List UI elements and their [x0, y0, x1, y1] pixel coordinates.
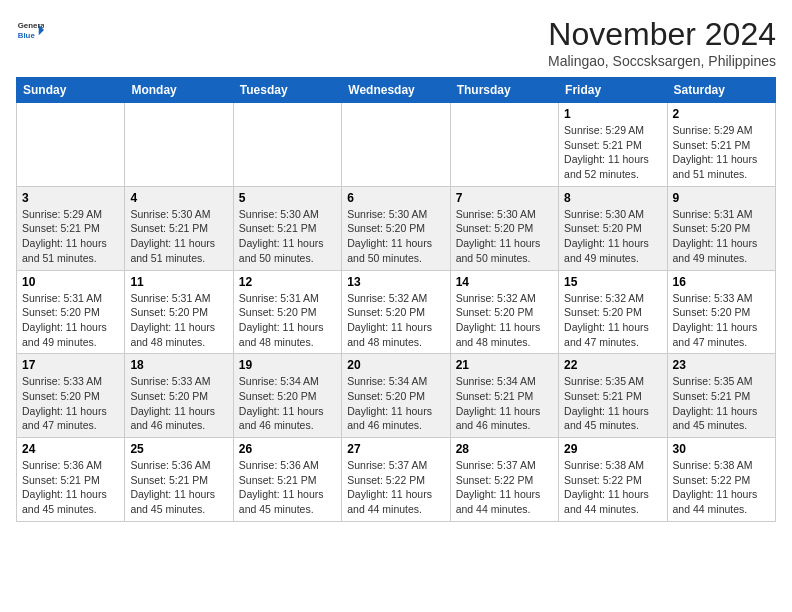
calendar-cell: 7Sunrise: 5:30 AM Sunset: 5:20 PM Daylig… — [450, 186, 558, 270]
day-info: Sunrise: 5:38 AM Sunset: 5:22 PM Dayligh… — [564, 458, 661, 517]
calendar-cell: 13Sunrise: 5:32 AM Sunset: 5:20 PM Dayli… — [342, 270, 450, 354]
day-info: Sunrise: 5:30 AM Sunset: 5:20 PM Dayligh… — [456, 207, 553, 266]
calendar-cell: 4Sunrise: 5:30 AM Sunset: 5:21 PM Daylig… — [125, 186, 233, 270]
day-of-week-header: Tuesday — [233, 78, 341, 103]
calendar-cell: 30Sunrise: 5:38 AM Sunset: 5:22 PM Dayli… — [667, 438, 775, 522]
day-number: 28 — [456, 442, 553, 456]
calendar-cell: 16Sunrise: 5:33 AM Sunset: 5:20 PM Dayli… — [667, 270, 775, 354]
calendar-cell: 20Sunrise: 5:34 AM Sunset: 5:20 PM Dayli… — [342, 354, 450, 438]
calendar-cell: 21Sunrise: 5:34 AM Sunset: 5:21 PM Dayli… — [450, 354, 558, 438]
day-number: 5 — [239, 191, 336, 205]
day-of-week-header: Saturday — [667, 78, 775, 103]
logo-icon: General Blue — [16, 16, 44, 44]
calendar-cell: 15Sunrise: 5:32 AM Sunset: 5:20 PM Dayli… — [559, 270, 667, 354]
day-info: Sunrise: 5:38 AM Sunset: 5:22 PM Dayligh… — [673, 458, 770, 517]
calendar-week-row: 17Sunrise: 5:33 AM Sunset: 5:20 PM Dayli… — [17, 354, 776, 438]
location: Malingao, Soccsksargen, Philippines — [548, 53, 776, 69]
calendar-cell: 10Sunrise: 5:31 AM Sunset: 5:20 PM Dayli… — [17, 270, 125, 354]
calendar-cell: 18Sunrise: 5:33 AM Sunset: 5:20 PM Dayli… — [125, 354, 233, 438]
day-info: Sunrise: 5:37 AM Sunset: 5:22 PM Dayligh… — [456, 458, 553, 517]
calendar-cell: 27Sunrise: 5:37 AM Sunset: 5:22 PM Dayli… — [342, 438, 450, 522]
day-info: Sunrise: 5:36 AM Sunset: 5:21 PM Dayligh… — [22, 458, 119, 517]
calendar-cell: 29Sunrise: 5:38 AM Sunset: 5:22 PM Dayli… — [559, 438, 667, 522]
calendar-cell: 23Sunrise: 5:35 AM Sunset: 5:21 PM Dayli… — [667, 354, 775, 438]
calendar-cell — [342, 103, 450, 187]
day-number: 8 — [564, 191, 661, 205]
day-number: 18 — [130, 358, 227, 372]
day-info: Sunrise: 5:35 AM Sunset: 5:21 PM Dayligh… — [673, 374, 770, 433]
day-number: 10 — [22, 275, 119, 289]
title-block: November 2024 Malingao, Soccsksargen, Ph… — [548, 16, 776, 69]
day-of-week-header: Friday — [559, 78, 667, 103]
day-number: 12 — [239, 275, 336, 289]
day-of-week-header: Wednesday — [342, 78, 450, 103]
calendar-cell: 6Sunrise: 5:30 AM Sunset: 5:20 PM Daylig… — [342, 186, 450, 270]
day-of-week-header: Monday — [125, 78, 233, 103]
calendar-table: SundayMondayTuesdayWednesdayThursdayFrid… — [16, 77, 776, 522]
day-info: Sunrise: 5:37 AM Sunset: 5:22 PM Dayligh… — [347, 458, 444, 517]
day-info: Sunrise: 5:36 AM Sunset: 5:21 PM Dayligh… — [239, 458, 336, 517]
day-number: 1 — [564, 107, 661, 121]
day-number: 11 — [130, 275, 227, 289]
day-number: 15 — [564, 275, 661, 289]
calendar-cell: 11Sunrise: 5:31 AM Sunset: 5:20 PM Dayli… — [125, 270, 233, 354]
calendar-cell: 5Sunrise: 5:30 AM Sunset: 5:21 PM Daylig… — [233, 186, 341, 270]
day-info: Sunrise: 5:31 AM Sunset: 5:20 PM Dayligh… — [130, 291, 227, 350]
calendar-cell: 24Sunrise: 5:36 AM Sunset: 5:21 PM Dayli… — [17, 438, 125, 522]
day-info: Sunrise: 5:36 AM Sunset: 5:21 PM Dayligh… — [130, 458, 227, 517]
day-info: Sunrise: 5:33 AM Sunset: 5:20 PM Dayligh… — [22, 374, 119, 433]
day-number: 7 — [456, 191, 553, 205]
day-info: Sunrise: 5:29 AM Sunset: 5:21 PM Dayligh… — [22, 207, 119, 266]
day-info: Sunrise: 5:30 AM Sunset: 5:20 PM Dayligh… — [347, 207, 444, 266]
calendar-week-row: 10Sunrise: 5:31 AM Sunset: 5:20 PM Dayli… — [17, 270, 776, 354]
calendar-week-row: 1Sunrise: 5:29 AM Sunset: 5:21 PM Daylig… — [17, 103, 776, 187]
svg-text:Blue: Blue — [18, 31, 36, 40]
calendar-cell — [450, 103, 558, 187]
calendar-header-row: SundayMondayTuesdayWednesdayThursdayFrid… — [17, 78, 776, 103]
day-number: 3 — [22, 191, 119, 205]
day-info: Sunrise: 5:34 AM Sunset: 5:20 PM Dayligh… — [347, 374, 444, 433]
calendar-cell — [233, 103, 341, 187]
day-number: 26 — [239, 442, 336, 456]
day-number: 9 — [673, 191, 770, 205]
day-of-week-header: Sunday — [17, 78, 125, 103]
day-info: Sunrise: 5:34 AM Sunset: 5:21 PM Dayligh… — [456, 374, 553, 433]
day-number: 4 — [130, 191, 227, 205]
day-of-week-header: Thursday — [450, 78, 558, 103]
day-info: Sunrise: 5:30 AM Sunset: 5:20 PM Dayligh… — [564, 207, 661, 266]
day-number: 2 — [673, 107, 770, 121]
calendar-cell — [17, 103, 125, 187]
day-number: 25 — [130, 442, 227, 456]
calendar-cell: 25Sunrise: 5:36 AM Sunset: 5:21 PM Dayli… — [125, 438, 233, 522]
day-info: Sunrise: 5:29 AM Sunset: 5:21 PM Dayligh… — [564, 123, 661, 182]
day-info: Sunrise: 5:31 AM Sunset: 5:20 PM Dayligh… — [239, 291, 336, 350]
page-header: General Blue November 2024 Malingao, Soc… — [16, 16, 776, 69]
calendar-cell: 14Sunrise: 5:32 AM Sunset: 5:20 PM Dayli… — [450, 270, 558, 354]
day-number: 24 — [22, 442, 119, 456]
calendar-cell: 9Sunrise: 5:31 AM Sunset: 5:20 PM Daylig… — [667, 186, 775, 270]
calendar-cell: 2Sunrise: 5:29 AM Sunset: 5:21 PM Daylig… — [667, 103, 775, 187]
day-number: 14 — [456, 275, 553, 289]
day-number: 23 — [673, 358, 770, 372]
calendar-cell: 26Sunrise: 5:36 AM Sunset: 5:21 PM Dayli… — [233, 438, 341, 522]
day-number: 29 — [564, 442, 661, 456]
day-number: 21 — [456, 358, 553, 372]
day-number: 30 — [673, 442, 770, 456]
day-info: Sunrise: 5:33 AM Sunset: 5:20 PM Dayligh… — [673, 291, 770, 350]
day-info: Sunrise: 5:32 AM Sunset: 5:20 PM Dayligh… — [456, 291, 553, 350]
day-info: Sunrise: 5:32 AM Sunset: 5:20 PM Dayligh… — [564, 291, 661, 350]
day-number: 6 — [347, 191, 444, 205]
logo: General Blue — [16, 16, 44, 44]
day-number: 17 — [22, 358, 119, 372]
calendar-cell: 28Sunrise: 5:37 AM Sunset: 5:22 PM Dayli… — [450, 438, 558, 522]
day-info: Sunrise: 5:30 AM Sunset: 5:21 PM Dayligh… — [239, 207, 336, 266]
day-number: 20 — [347, 358, 444, 372]
day-info: Sunrise: 5:30 AM Sunset: 5:21 PM Dayligh… — [130, 207, 227, 266]
day-info: Sunrise: 5:33 AM Sunset: 5:20 PM Dayligh… — [130, 374, 227, 433]
day-number: 22 — [564, 358, 661, 372]
calendar-cell: 1Sunrise: 5:29 AM Sunset: 5:21 PM Daylig… — [559, 103, 667, 187]
calendar-cell: 8Sunrise: 5:30 AM Sunset: 5:20 PM Daylig… — [559, 186, 667, 270]
calendar-cell: 19Sunrise: 5:34 AM Sunset: 5:20 PM Dayli… — [233, 354, 341, 438]
day-number: 16 — [673, 275, 770, 289]
day-info: Sunrise: 5:35 AM Sunset: 5:21 PM Dayligh… — [564, 374, 661, 433]
